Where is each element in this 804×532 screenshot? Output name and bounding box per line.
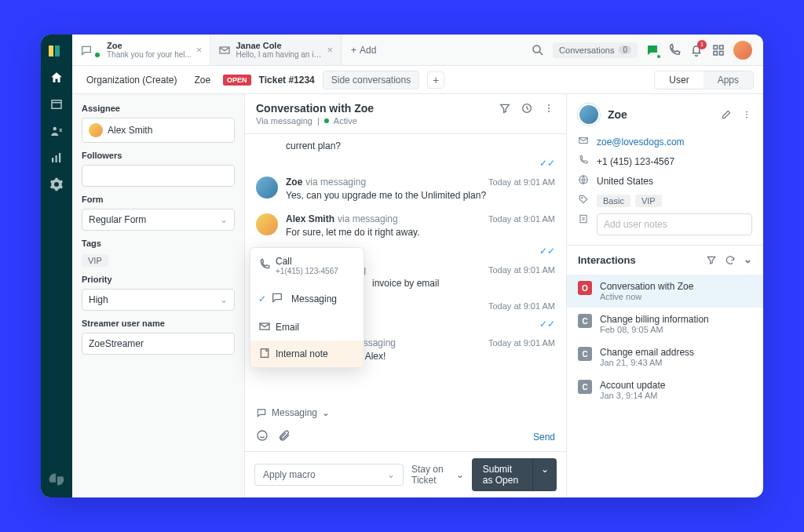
composer-toolbar: Send <box>245 423 566 451</box>
stay-on-ticket-select[interactable]: Stay on Ticket⌄ <box>411 464 464 486</box>
brand-logo-icon <box>47 44 66 58</box>
interaction-item[interactable]: O Conversation with ZoeActive now <box>567 275 763 308</box>
tag-chip[interactable]: VIP <box>635 195 662 207</box>
interaction-item[interactable]: C Change billing informationFeb 08, 9:05… <box>567 308 763 341</box>
message-icon <box>80 44 93 56</box>
emoji-icon[interactable] <box>256 429 269 445</box>
ticket-tab[interactable]: Janae ColeHello, I am having an is... × <box>210 35 342 65</box>
breadcrumb-bar: Organization (Create) Zoe OPEN Ticket #1… <box>72 66 763 94</box>
ticket-footer: Apply macro Stay on Ticket⌄ Submit as Op… <box>245 451 566 497</box>
phone-icon[interactable] <box>667 43 682 57</box>
tab-apps[interactable]: Apps <box>704 71 753 89</box>
svg-point-21 <box>746 114 747 115</box>
chevron-down-icon[interactable]: ⌄ <box>744 253 752 267</box>
avatar <box>256 213 278 235</box>
assignee-field[interactable]: Alex Smith <box>82 118 235 143</box>
user-name: Zoe <box>608 108 627 121</box>
message-row: Alex Smithvia messagingToday at 9:01 AM … <box>256 207 555 244</box>
svg-rect-2 <box>52 100 61 109</box>
side-conversations-button[interactable]: Side conversations <box>323 71 419 89</box>
interactions-title: Interactions <box>578 254 636 266</box>
status-badge: C <box>578 347 592 361</box>
conversation-panel: Conversation with Zoe Via messaging|Acti… <box>245 94 567 497</box>
assignee-avatar <box>89 123 103 137</box>
filter-icon[interactable] <box>499 102 511 115</box>
message-icon <box>256 407 267 418</box>
edit-icon[interactable] <box>721 107 732 122</box>
more-icon[interactable] <box>741 107 752 122</box>
svg-rect-9 <box>714 46 718 49</box>
plus-icon: + <box>351 45 356 56</box>
email-icon <box>578 135 589 148</box>
more-icon[interactable] <box>543 102 555 115</box>
submit-button[interactable]: Submit as Open⌄ <box>472 458 557 491</box>
properties-panel: Assignee Alex Smith Followers Form Regul… <box>72 94 245 497</box>
attachment-icon[interactable] <box>278 429 291 445</box>
interaction-item[interactable]: C Change email addressJan 21, 9:43 AM <box>567 341 763 373</box>
note-icon <box>258 347 271 362</box>
followers-label: Followers <box>82 151 235 160</box>
conversations-button[interactable]: Conversations0 <box>553 42 638 58</box>
chat-icon[interactable] <box>645 43 660 57</box>
form-select[interactable]: Regular Form <box>82 209 235 231</box>
apply-macro-select[interactable]: Apply macro <box>254 464 404 486</box>
reporting-icon[interactable] <box>49 151 64 165</box>
tags-label: Tags <box>82 239 235 248</box>
read-receipt-icon: ✓✓ <box>256 156 555 170</box>
apps-grid-icon[interactable] <box>711 43 725 57</box>
channel-call-option[interactable]: Call+1(415) 123-4567 <box>250 248 364 283</box>
refresh-icon[interactable] <box>725 253 736 267</box>
svg-point-14 <box>548 104 550 106</box>
svg-point-3 <box>53 127 57 131</box>
search-icon[interactable] <box>531 43 545 57</box>
breadcrumb-customer[interactable]: Zoe <box>189 71 215 89</box>
tab-close-icon[interactable]: × <box>196 44 203 56</box>
ticket-tab[interactable]: ZoeThank you for your hel... × <box>72 35 210 65</box>
svg-rect-1 <box>55 46 60 56</box>
channel-messaging-option[interactable]: Messaging <box>250 283 364 314</box>
avatar <box>256 177 278 199</box>
followers-field[interactable] <box>82 165 235 187</box>
message-text: elp Alex! <box>350 351 555 362</box>
tab-title: Zoe <box>107 41 192 50</box>
form-label: Form <box>82 195 235 204</box>
views-icon[interactable] <box>49 97 64 111</box>
message-text: Yes, can you upgrade me to the Unlimited… <box>286 190 555 201</box>
user-email[interactable]: zoe@lovesdogs.com <box>597 137 685 148</box>
globe-icon <box>578 174 589 188</box>
chevron-down-icon[interactable]: ⌄ <box>533 458 557 491</box>
send-button[interactable]: Send <box>533 432 555 443</box>
composer-channel-picker[interactable]: Messaging ⌄ <box>245 403 566 423</box>
add-tab-button[interactable]: +Add <box>342 35 386 65</box>
channel-internal-note-option[interactable]: Internal note <box>250 341 364 367</box>
interaction-item[interactable]: C Account updateJan 3, 9:14 AM <box>567 373 763 406</box>
tag-icon <box>578 194 589 207</box>
history-icon[interactable] <box>521 102 533 115</box>
user-notes-input[interactable]: Add user notes <box>597 213 752 235</box>
tag-chip[interactable]: Basic <box>597 195 630 207</box>
user-avatar <box>578 104 600 126</box>
interactions-section: Interactions ⌄ O Conversation with ZoeAc… <box>567 246 763 497</box>
bell-icon[interactable]: 1 <box>689 43 704 57</box>
priority-select[interactable]: High <box>82 289 235 311</box>
user-panel: Zoe zoe@lovesdogs.com +1 (415) 123-4567 … <box>567 94 763 497</box>
home-icon[interactable] <box>49 71 64 85</box>
tab-close-icon[interactable]: × <box>327 44 333 56</box>
profile-avatar[interactable] <box>733 41 752 60</box>
tab-user[interactable]: User <box>655 71 703 89</box>
tag-chip[interactable]: VIP <box>82 254 108 267</box>
customers-icon[interactable] <box>49 124 64 138</box>
phone-icon <box>258 258 271 273</box>
channel-email-option[interactable]: Email <box>250 314 364 341</box>
tab-subtitle: Hello, I am having an is... <box>236 50 322 59</box>
svg-rect-4 <box>52 158 53 162</box>
streamer-field[interactable]: ZoeStreamer <box>82 333 235 355</box>
left-nav-rail <box>41 35 72 497</box>
breadcrumb-org[interactable]: Organization (Create) <box>82 71 181 89</box>
svg-point-19 <box>258 431 267 440</box>
context-tabs: User Apps <box>654 71 754 89</box>
add-side-conversation-button[interactable]: + <box>427 71 444 89</box>
filter-icon[interactable] <box>706 253 717 267</box>
admin-gear-icon[interactable] <box>49 177 64 191</box>
message-row: Zoevia messagingToday at 9:01 AM Yes, ca… <box>256 170 555 207</box>
